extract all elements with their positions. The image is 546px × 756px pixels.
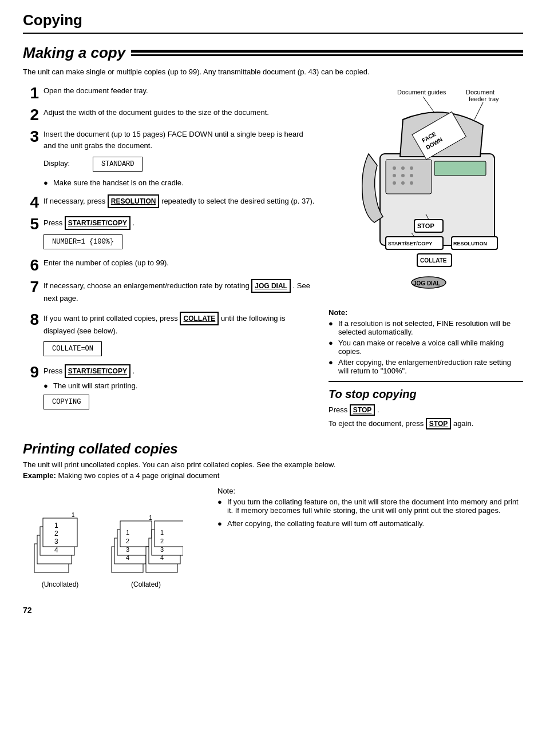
svg-point-10	[393, 166, 396, 170]
stop-heading: To stop copying	[329, 388, 523, 401]
svg-text:START/SET/COPY: START/SET/COPY	[388, 241, 432, 246]
svg-text:STOP: STOP	[417, 222, 434, 229]
step-2: 2 Adjust the width of the document guide…	[23, 107, 317, 123]
svg-text:RESOLUTION: RESOLUTION	[453, 241, 487, 246]
svg-text:4: 4	[126, 554, 129, 561]
svg-rect-38	[43, 518, 77, 547]
stacked-diagrams: 4 3 2 1 4 3 2 1 (Uncollated)	[23, 492, 206, 588]
svg-point-17	[401, 181, 405, 185]
collated-bottom: 4 3 2 1 4 3 2 1 (Uncollated)	[23, 487, 523, 588]
svg-text:1: 1	[126, 529, 129, 536]
step-num-7: 7	[23, 279, 39, 295]
svg-text:Document: Document	[466, 89, 494, 96]
intro-text: The unit can make single or multiple cop…	[23, 67, 523, 76]
note-title: Note:	[329, 308, 523, 317]
svg-text:4: 4	[160, 554, 164, 561]
display-label-3: Display:	[43, 159, 70, 168]
fax-diagram: Document guides Document feeder tray FAC…	[329, 85, 523, 303]
section1-heading: Making a copy	[23, 44, 523, 62]
step-8: 8 If you want to print collated copies, …	[23, 312, 317, 359]
svg-rect-9	[386, 160, 432, 194]
uncollated-group: 4 3 2 1 4 3 2 1 (Uncollated)	[23, 492, 97, 588]
resolution-key: RESOLUTION	[108, 194, 160, 208]
svg-rect-19	[434, 161, 486, 176]
stop-section: To stop copying Press STOP . To eject th…	[329, 381, 523, 429]
uncollated-label: (Uncollated)	[42, 580, 79, 588]
svg-point-16	[393, 181, 396, 185]
svg-text:Document guides: Document guides	[397, 89, 446, 96]
section2-heading: Printing collated copies	[23, 441, 523, 457]
svg-text:2: 2	[54, 530, 58, 538]
diagram-column: Document guides Document feeder tray FAC…	[329, 85, 523, 429]
step-5: 5 Press START/SET/COPY . NUMBER=1 {100%}	[23, 216, 317, 252]
svg-text:1: 1	[72, 512, 75, 518]
display-number: NUMBER=1 {100%}	[43, 234, 122, 249]
step-content-2: Adjust the width of the document guides …	[43, 107, 317, 121]
step-num-4: 4	[23, 194, 39, 210]
note-item-3: ● After copying, the enlargement/reducti…	[329, 358, 523, 375]
svg-text:COLLATE: COLLATE	[420, 257, 447, 264]
step-7: 7 If necessary, choose an enlargement/re…	[23, 279, 317, 307]
collated-note-item-1: ● If you turn the collating feature on, …	[217, 498, 523, 515]
step-num-5: 5	[23, 216, 39, 232]
title-rule	[23, 33, 523, 34]
svg-text:2: 2	[160, 538, 164, 544]
step-content-7: If necessary, choose an enlargement/redu…	[43, 279, 317, 307]
step-content-5: Press START/SET/COPY . NUMBER=1 {100%}	[43, 216, 317, 252]
step-num-8: 8	[23, 312, 39, 328]
display-collate-on: COLLATE=ON	[43, 341, 102, 356]
collated-svg: 4 3 2 1 4 3 2 1 4	[109, 492, 183, 578]
note-box: Note: ● If a resolution is not selected,…	[329, 308, 523, 375]
step9-bullet: ● The unit will start printing.	[43, 380, 317, 392]
display-copying: COPYING	[43, 395, 89, 409]
svg-point-18	[410, 181, 413, 185]
svg-text:3: 3	[126, 546, 129, 553]
step-num-6: 6	[23, 257, 39, 273]
collated-group: 4 3 2 1 4 3 2 1 4	[109, 492, 183, 588]
svg-rect-62	[155, 521, 183, 547]
note-item-2: ● You can make or receive a voice call w…	[329, 339, 523, 356]
svg-point-12	[410, 166, 413, 170]
step-1: 1 Open the document feeder tray.	[23, 85, 317, 101]
collated-label: (Collated)	[131, 580, 161, 588]
fax-machine-svg: Document guides Document feeder tray FAC…	[329, 85, 523, 303]
step-num-1: 1	[23, 85, 39, 101]
svg-text:3: 3	[54, 538, 58, 546]
step-content-9: Press START/SET/COPY . ● The unit will s…	[43, 364, 317, 412]
step-4: 4 If necessary, press RESOLUTION repeate…	[23, 194, 317, 210]
uncollated-svg: 4 3 2 1 4 3 2 1	[23, 492, 97, 578]
svg-text:3: 3	[160, 546, 164, 553]
step-content-6: Enter the number of copies (up to 99).	[43, 257, 317, 271]
section2-intro: The unit will print uncollated copies. Y…	[23, 460, 523, 469]
collated-note-item-2: ● After copying, the collating feature w…	[217, 519, 523, 528]
svg-text:1: 1	[160, 529, 164, 536]
collated-note-title: Note:	[217, 487, 523, 495]
collated-section: Printing collated copies The unit will p…	[23, 441, 523, 588]
step-num-9: 9	[23, 364, 39, 380]
step-content-8: If you want to print collated copies, pr…	[43, 312, 317, 359]
svg-text:JOG DIAL: JOG DIAL	[413, 280, 440, 287]
svg-line-4	[474, 102, 483, 120]
step-6: 6 Enter the number of copies (up to 99).	[23, 257, 317, 273]
note-item-1: ● If a resolution is not selected, FINE …	[329, 319, 523, 336]
jog-dial-key: JOG DIAL	[251, 279, 291, 293]
svg-text:1: 1	[149, 515, 152, 521]
start-key-5: START/SET/COPY	[65, 216, 130, 230]
svg-text:1: 1	[54, 522, 58, 530]
start-key-9: START/SET/COPY	[65, 364, 130, 378]
svg-rect-50	[120, 521, 152, 547]
svg-text:2: 2	[126, 538, 129, 544]
svg-point-13	[393, 174, 396, 177]
svg-point-14	[401, 174, 405, 177]
step-content-4: If necessary, press RESOLUTION repeatedl…	[43, 194, 317, 210]
step-3: 3 Insert the document (up to 15 pages) F…	[23, 129, 317, 189]
section2-example: Example: Making two copies of a 4 page o…	[23, 471, 523, 480]
steps-column: 1 Open the document feeder tray. 2 Adjus…	[23, 85, 317, 429]
page-title: Copying	[23, 11, 523, 29]
step-9: 9 Press START/SET/COPY . ● The unit will…	[23, 364, 317, 412]
stop-key-1: STOP	[350, 404, 375, 416]
step3-bullet: ● Make sure the handset is on the cradle…	[43, 177, 317, 189]
collate-key-8: COLLATE	[180, 312, 219, 325]
step-num-2: 2	[23, 107, 39, 123]
svg-point-15	[410, 174, 413, 177]
